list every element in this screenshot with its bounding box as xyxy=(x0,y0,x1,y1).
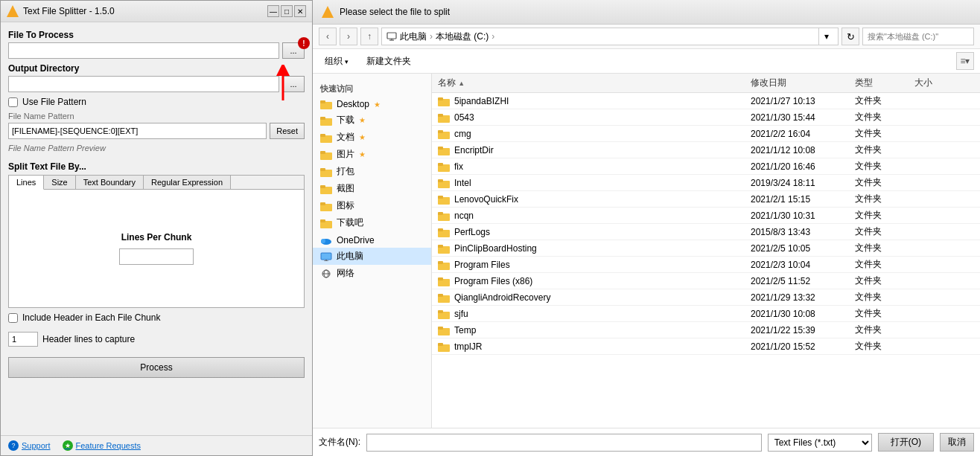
file-type-cell: 文件夹 xyxy=(855,225,914,238)
table-row[interactable]: PerfLogs 2015/8/3 13:43 文件夹 xyxy=(432,224,980,240)
table-row[interactable]: Intel 2019/3/24 18:11 文件夹 xyxy=(432,175,980,191)
nav-item-download2[interactable]: 下载吧 xyxy=(313,214,431,231)
svg-rect-50 xyxy=(438,261,443,264)
close-button[interactable]: ✕ xyxy=(294,5,306,17)
nav-item-screenshot[interactable]: 截图 xyxy=(313,180,431,197)
error-indicator: ! xyxy=(298,37,310,49)
table-row[interactable]: Temp 2021/1/22 15:39 文件夹 xyxy=(432,322,980,338)
file-name-pattern-label: File Name Pattern xyxy=(8,112,305,121)
split-section: Split Text File By... Lines Size Text Bo… xyxy=(8,161,305,308)
table-row[interactable]: Program Files (x86) 2021/2/5 11:52 文件夹 xyxy=(432,273,980,289)
tab-size[interactable]: Size xyxy=(44,176,75,189)
table-row[interactable]: Program Files 2021/2/3 10:04 文件夹 xyxy=(432,257,980,273)
output-input[interactable] xyxy=(8,76,279,92)
file-date-cell: 2021/2/5 11:52 xyxy=(751,276,855,286)
pattern-input[interactable] xyxy=(8,123,267,139)
svg-rect-16 xyxy=(320,185,325,188)
output-directory-section: Output Directory ... xyxy=(8,63,305,92)
col-size-header[interactable]: 大小 xyxy=(914,77,974,89)
svg-rect-60 xyxy=(438,343,443,346)
nav-item-pictures[interactable]: 图片 ★ xyxy=(313,146,431,163)
table-row[interactable]: cmg 2021/2/2 16:04 文件夹 xyxy=(432,126,980,142)
file-date-cell: 2021/1/27 10:13 xyxy=(751,96,855,106)
nav-item-downloads[interactable]: 下载 ★ xyxy=(313,112,431,129)
col-type-header[interactable]: 类型 xyxy=(855,77,914,89)
address-bar[interactable]: 此电脑 › 本地磁盘 (C:) › ▾ xyxy=(381,28,839,45)
nav-item-desktop[interactable]: Desktop ★ xyxy=(313,97,431,112)
file-name-cell: ncqn xyxy=(438,211,751,221)
open-button[interactable]: 打开(O) xyxy=(878,433,934,452)
refresh-button[interactable]: ↻ xyxy=(841,28,859,45)
file-name-cell: PinClipBoardHosting xyxy=(438,243,751,254)
address-dropdown-button[interactable]: ▾ xyxy=(818,28,833,45)
tab-text-boundary[interactable]: Text Boundary xyxy=(76,176,144,189)
svg-rect-36 xyxy=(438,147,443,150)
file-name-pattern-section: File Name Pattern Reset xyxy=(8,112,305,139)
support-link[interactable]: ? Support xyxy=(8,440,51,451)
lines-per-chunk-input[interactable] xyxy=(119,248,194,265)
tab-lines[interactable]: Lines xyxy=(9,176,44,190)
minimize-button[interactable]: — xyxy=(267,5,279,17)
nav-item-documents[interactable]: 文档 ★ xyxy=(313,129,431,146)
table-row[interactable]: sjfu 2021/1/30 10:08 文件夹 xyxy=(432,306,980,322)
svg-rect-58 xyxy=(438,327,443,330)
table-row[interactable]: LenovoQuickFix 2021/2/1 15:15 文件夹 xyxy=(432,191,980,208)
folder-icon xyxy=(438,112,450,123)
svg-rect-34 xyxy=(438,130,443,133)
table-row[interactable]: fix 2021/1/20 16:46 文件夹 xyxy=(432,158,980,175)
col-name-header[interactable]: 名称 ▲ xyxy=(438,77,751,89)
process-button[interactable]: Process xyxy=(8,357,305,378)
new-folder-button[interactable]: 新建文件夹 xyxy=(360,54,417,69)
table-row[interactable]: 5ipandaBIZHI 2021/1/27 10:13 文件夹 xyxy=(432,93,980,109)
file-type-cell: 文件夹 xyxy=(855,144,914,156)
nav-item-pack[interactable]: 打包 xyxy=(313,163,431,180)
folder-icon xyxy=(438,309,450,319)
output-browse-label: ... xyxy=(290,80,296,89)
reset-button[interactable]: Reset xyxy=(270,123,305,139)
nav-item-network[interactable]: 网络 xyxy=(313,265,431,282)
maximize-button[interactable]: □ xyxy=(281,5,293,17)
filename-input[interactable] xyxy=(366,434,762,452)
folder-icon xyxy=(438,194,450,205)
view-toggle-button[interactable]: ≡▾ xyxy=(956,52,974,70)
table-row[interactable]: PinClipBoardHosting 2021/2/5 10:05 文件夹 xyxy=(432,240,980,257)
table-row[interactable]: EncriptDir 2021/1/12 10:08 文件夹 xyxy=(432,142,980,158)
header-lines-input[interactable] xyxy=(8,332,38,347)
cancel-button[interactable]: 取消 xyxy=(940,433,974,452)
table-row[interactable]: tmplJR 2021/1/20 15:52 文件夹 xyxy=(432,338,980,355)
nav-item-icons[interactable]: 图标 xyxy=(313,197,431,214)
folder-icon xyxy=(438,227,450,237)
organize-button[interactable]: 组织 xyxy=(319,54,354,69)
pictures-pin-icon: ★ xyxy=(359,150,366,158)
file-name-cell: tmplJR xyxy=(438,341,751,352)
file-date-cell: 2021/2/3 10:04 xyxy=(751,260,855,270)
lines-per-chunk-label: Lines Per Chunk xyxy=(121,232,192,243)
col-date-header[interactable]: 修改日期 xyxy=(751,77,855,89)
file-name-cell: Intel xyxy=(438,178,751,188)
use-file-pattern-checkbox[interactable] xyxy=(8,97,18,107)
feature-requests-link[interactable]: ★ Feature Requests xyxy=(63,440,141,451)
forward-button[interactable]: › xyxy=(340,28,357,45)
nav-item-quick-access: 快速访问 xyxy=(313,81,431,97)
svg-rect-44 xyxy=(438,212,443,215)
back-button[interactable]: ‹ xyxy=(319,28,337,45)
file-input[interactable] xyxy=(8,42,279,59)
file-input-row: ... ! xyxy=(8,42,305,59)
up-button[interactable]: ↑ xyxy=(360,28,378,45)
table-row[interactable]: ncqn 2021/1/30 10:31 文件夹 xyxy=(432,208,980,224)
include-header-checkbox[interactable] xyxy=(8,313,18,323)
output-browse-button[interactable]: ... xyxy=(282,76,305,92)
file-name-cell: cmg xyxy=(438,129,751,139)
support-icon: ? xyxy=(8,440,19,451)
search-input[interactable] xyxy=(862,28,974,45)
table-row[interactable]: QiangliAndroidRecovery 2021/1/29 13:32 文… xyxy=(432,289,980,306)
nav-item-this-pc[interactable]: 此电脑 xyxy=(313,248,431,265)
title-bar: Text File Splitter - 1.5.0 — □ ✕ xyxy=(1,1,312,22)
folder-icon xyxy=(438,292,450,303)
file-browse-button[interactable]: ... ! xyxy=(282,42,305,59)
nav-item-onedrive[interactable]: OneDrive xyxy=(313,233,431,248)
filetype-select[interactable]: Text Files (*.txt) xyxy=(768,434,872,452)
tab-regex[interactable]: Regular Expression xyxy=(144,176,231,189)
table-row[interactable]: 0543 2021/1/30 15:44 文件夹 xyxy=(432,109,980,126)
documents-icon xyxy=(320,132,332,143)
